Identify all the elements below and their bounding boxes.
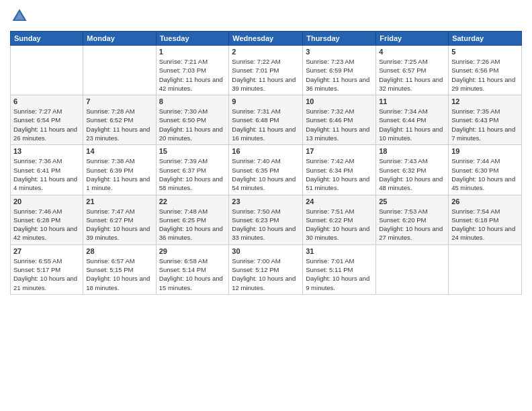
calendar-cell: 18Sunrise: 7:43 AMSunset: 6:32 PMDayligh… (376, 145, 449, 195)
calendar-cell: 1Sunrise: 7:21 AMSunset: 7:03 PMDaylight… (156, 46, 229, 95)
day-detail: Sunrise: 7:48 AMSunset: 6:25 PMDaylight:… (159, 207, 226, 242)
calendar-cell: 21Sunrise: 7:47 AMSunset: 6:27 PMDayligh… (83, 195, 156, 244)
day-detail: Sunrise: 7:28 AMSunset: 6:52 PMDaylight:… (86, 107, 152, 142)
day-number: 10 (306, 97, 373, 105)
day-number: 22 (159, 197, 226, 205)
header (10, 7, 522, 26)
day-number: 13 (13, 147, 80, 155)
day-number: 15 (159, 147, 226, 155)
day-detail: Sunrise: 7:31 AMSunset: 6:48 PMDaylight:… (232, 107, 300, 142)
calendar-cell: 12Sunrise: 7:35 AMSunset: 6:43 PMDayligh… (449, 95, 522, 145)
day-number: 24 (306, 197, 373, 205)
day-number: 6 (13, 97, 80, 105)
calendar-cell: 2Sunrise: 7:22 AMSunset: 7:01 PMDaylight… (229, 46, 303, 95)
day-number: 20 (13, 197, 80, 205)
calendar-cell: 6Sunrise: 7:27 AMSunset: 6:54 PMDaylight… (11, 95, 83, 145)
calendar-cell: 28Sunrise: 6:57 AMSunset: 5:15 PMDayligh… (83, 244, 156, 294)
day-number: 31 (306, 247, 373, 255)
calendar-cell (449, 244, 522, 294)
calendar-cell (376, 244, 449, 294)
calendar-cell (11, 46, 83, 95)
day-detail: Sunrise: 6:58 AMSunset: 5:14 PMDaylight:… (159, 257, 226, 292)
calendar-header-saturday: Saturday (449, 32, 522, 46)
calendar-cell: 5Sunrise: 7:26 AMSunset: 6:56 PMDaylight… (449, 46, 522, 95)
day-detail: Sunrise: 7:00 AMSunset: 5:12 PMDaylight:… (232, 257, 300, 292)
calendar-cell: 8Sunrise: 7:30 AMSunset: 6:50 PMDaylight… (156, 95, 229, 145)
day-number: 2 (232, 48, 300, 56)
calendar-week-2: 6Sunrise: 7:27 AMSunset: 6:54 PMDaylight… (11, 95, 522, 145)
calendar-cell: 19Sunrise: 7:44 AMSunset: 6:30 PMDayligh… (449, 145, 522, 195)
day-number: 16 (232, 147, 300, 155)
day-number: 28 (86, 247, 152, 255)
calendar-cell: 10Sunrise: 7:32 AMSunset: 6:46 PMDayligh… (303, 95, 376, 145)
day-detail: Sunrise: 7:40 AMSunset: 6:35 PMDaylight:… (232, 156, 300, 192)
day-detail: Sunrise: 7:51 AMSunset: 6:22 PMDaylight:… (306, 207, 373, 242)
day-detail: Sunrise: 7:53 AMSunset: 6:20 PMDaylight:… (379, 207, 445, 242)
logo-icon (10, 7, 29, 26)
day-number: 4 (379, 48, 445, 56)
day-detail: Sunrise: 7:35 AMSunset: 6:43 PMDaylight:… (451, 107, 519, 142)
calendar-header-thursday: Thursday (303, 32, 376, 46)
calendar-cell: 29Sunrise: 6:58 AMSunset: 5:14 PMDayligh… (156, 244, 229, 294)
day-number: 21 (86, 197, 152, 205)
day-number: 27 (13, 247, 80, 255)
calendar-cell: 7Sunrise: 7:28 AMSunset: 6:52 PMDaylight… (83, 95, 156, 145)
day-detail: Sunrise: 7:23 AMSunset: 6:59 PMDaylight:… (306, 57, 373, 93)
day-detail: Sunrise: 7:25 AMSunset: 6:57 PMDaylight:… (379, 57, 445, 93)
calendar-cell: 26Sunrise: 7:54 AMSunset: 6:18 PMDayligh… (449, 195, 522, 244)
calendar-cell: 14Sunrise: 7:38 AMSunset: 6:39 PMDayligh… (83, 145, 156, 195)
day-number: 7 (86, 97, 152, 105)
day-detail: Sunrise: 7:01 AMSunset: 5:11 PMDaylight:… (306, 257, 373, 292)
calendar-cell: 25Sunrise: 7:53 AMSunset: 6:20 PMDayligh… (376, 195, 449, 244)
day-number: 1 (159, 48, 226, 56)
calendar-header-row: SundayMondayTuesdayWednesdayThursdayFrid… (11, 32, 522, 46)
day-number: 25 (379, 197, 445, 205)
calendar-cell: 16Sunrise: 7:40 AMSunset: 6:35 PMDayligh… (229, 145, 303, 195)
day-number: 12 (451, 97, 519, 105)
calendar-cell: 27Sunrise: 6:55 AMSunset: 5:17 PMDayligh… (11, 244, 83, 294)
page: SundayMondayTuesdayWednesdayThursdayFrid… (0, 0, 532, 411)
calendar-week-4: 20Sunrise: 7:46 AMSunset: 6:28 PMDayligh… (11, 195, 522, 244)
day-detail: Sunrise: 7:42 AMSunset: 6:34 PMDaylight:… (306, 156, 373, 192)
calendar-cell: 22Sunrise: 7:48 AMSunset: 6:25 PMDayligh… (156, 195, 229, 244)
day-number: 29 (159, 247, 226, 255)
day-number: 26 (451, 197, 519, 205)
calendar-cell: 11Sunrise: 7:34 AMSunset: 6:44 PMDayligh… (376, 95, 449, 145)
calendar-cell: 13Sunrise: 7:36 AMSunset: 6:41 PMDayligh… (11, 145, 83, 195)
day-detail: Sunrise: 7:38 AMSunset: 6:39 PMDaylight:… (86, 156, 152, 192)
day-number: 8 (159, 97, 226, 105)
day-detail: Sunrise: 7:43 AMSunset: 6:32 PMDaylight:… (379, 156, 445, 192)
calendar-cell: 23Sunrise: 7:50 AMSunset: 6:23 PMDayligh… (229, 195, 303, 244)
calendar-cell: 9Sunrise: 7:31 AMSunset: 6:48 PMDaylight… (229, 95, 303, 145)
day-detail: Sunrise: 7:50 AMSunset: 6:23 PMDaylight:… (232, 207, 300, 242)
calendar-header-tuesday: Tuesday (156, 32, 229, 46)
day-detail: Sunrise: 6:55 AMSunset: 5:17 PMDaylight:… (13, 257, 80, 292)
calendar-header-friday: Friday (376, 32, 449, 46)
day-detail: Sunrise: 7:44 AMSunset: 6:30 PMDaylight:… (451, 156, 519, 192)
day-detail: Sunrise: 7:54 AMSunset: 6:18 PMDaylight:… (451, 207, 519, 242)
day-detail: Sunrise: 7:21 AMSunset: 7:03 PMDaylight:… (159, 57, 226, 93)
calendar-table: SundayMondayTuesdayWednesdayThursdayFrid… (10, 31, 522, 295)
calendar-week-3: 13Sunrise: 7:36 AMSunset: 6:41 PMDayligh… (11, 145, 522, 195)
logo (10, 7, 30, 26)
calendar-header-sunday: Sunday (11, 32, 83, 46)
calendar-header-monday: Monday (83, 32, 156, 46)
calendar-cell: 30Sunrise: 7:00 AMSunset: 5:12 PMDayligh… (229, 244, 303, 294)
day-number: 14 (86, 147, 152, 155)
day-detail: Sunrise: 7:46 AMSunset: 6:28 PMDaylight:… (13, 207, 80, 242)
day-number: 19 (451, 147, 519, 155)
day-number: 5 (451, 48, 519, 56)
calendar-cell (83, 46, 156, 95)
day-number: 17 (306, 147, 373, 155)
day-detail: Sunrise: 7:34 AMSunset: 6:44 PMDaylight:… (379, 107, 445, 142)
day-detail: Sunrise: 7:36 AMSunset: 6:41 PMDaylight:… (13, 156, 80, 192)
calendar-cell: 20Sunrise: 7:46 AMSunset: 6:28 PMDayligh… (11, 195, 83, 244)
day-detail: Sunrise: 7:39 AMSunset: 6:37 PMDaylight:… (159, 156, 226, 192)
calendar-cell: 24Sunrise: 7:51 AMSunset: 6:22 PMDayligh… (303, 195, 376, 244)
calendar-cell: 15Sunrise: 7:39 AMSunset: 6:37 PMDayligh… (156, 145, 229, 195)
day-number: 18 (379, 147, 445, 155)
day-number: 9 (232, 97, 300, 105)
day-number: 23 (232, 197, 300, 205)
calendar-cell: 17Sunrise: 7:42 AMSunset: 6:34 PMDayligh… (303, 145, 376, 195)
day-number: 30 (232, 247, 300, 255)
